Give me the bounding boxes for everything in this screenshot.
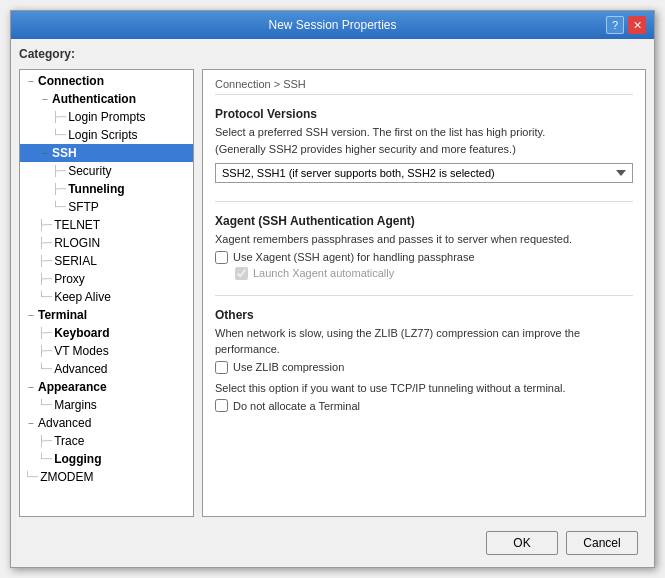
line-proxy: ├─	[38, 271, 52, 287]
xagent-section: Xagent (SSH Authentication Agent) Xagent…	[215, 214, 633, 283]
protocol-section: Protocol Versions Select a preferred SSH…	[215, 107, 633, 189]
terminal-checkbox[interactable]	[215, 399, 228, 412]
breadcrumb: Connection > SSH	[215, 78, 633, 95]
line-sftp: └─	[52, 199, 66, 215]
tree-item-tunneling[interactable]: ├─ Tunneling	[20, 180, 193, 198]
main-area: – Connection – Authentication ├─ Login P…	[19, 69, 646, 517]
protocol-desc2: (Generally SSH2 provides higher security…	[215, 141, 633, 158]
xagent-checkbox1-label: Use Xagent (SSH agent) for handling pass…	[233, 251, 475, 263]
tree-item-authentication[interactable]: – Authentication	[20, 90, 193, 108]
tree-label-vt-modes: VT Modes	[54, 343, 108, 359]
tree-label-sftp: SFTP	[68, 199, 99, 215]
expander-advanced2: –	[24, 416, 38, 430]
xagent-desc: Xagent remembers passphrases and passes …	[215, 231, 633, 248]
launch-xagent-checkbox[interactable]	[235, 267, 248, 280]
tree-item-vt-modes[interactable]: ├─ VT Modes	[20, 342, 193, 360]
others-desc1: When network is slow, using the ZLIB (LZ…	[215, 325, 633, 342]
expander-connection: –	[24, 74, 38, 88]
xagent-checkbox1[interactable]	[215, 251, 228, 264]
tree-label-advanced: Advanced	[54, 361, 107, 377]
line-keep-alive: └─	[38, 289, 52, 305]
tree-label-authentication: Authentication	[52, 91, 136, 107]
tree-item-keyboard[interactable]: ├─ Keyboard	[20, 324, 193, 342]
tree-label-login-scripts: Login Scripts	[68, 127, 137, 143]
protocol-dropdown[interactable]: SSH2, SSH1 (if server supports both, SSH…	[215, 163, 633, 183]
tree-item-advanced[interactable]: └─ Advanced	[20, 360, 193, 378]
tree-label-keep-alive: Keep Alive	[54, 289, 111, 305]
others-desc2: performance.	[215, 341, 633, 358]
line-margins: └─	[38, 397, 52, 413]
line-advanced: └─	[38, 361, 52, 377]
protocol-title: Protocol Versions	[215, 107, 633, 121]
xagent-title: Xagent (SSH Authentication Agent)	[215, 214, 633, 228]
window-title: New Session Properties	[59, 18, 606, 32]
tree-label-terminal: Terminal	[38, 307, 87, 323]
content-panel: Connection > SSH Protocol Versions Selec…	[202, 69, 646, 517]
expander-appearance: –	[24, 380, 38, 394]
tree-item-zmodem[interactable]: └─ ZMODEM	[20, 468, 193, 486]
tree-label-serial: SERIAL	[54, 253, 97, 269]
tree-label-tunneling: Tunneling	[68, 181, 124, 197]
tree-label-rlogin: RLOGIN	[54, 235, 100, 251]
tree-item-security[interactable]: ├─ Security	[20, 162, 193, 180]
others-desc3: Select this option if you want to use TC…	[215, 380, 633, 397]
zlib-checkbox-row: Use ZLIB compression	[215, 361, 633, 374]
tree-item-telnet[interactable]: ├─ TELNET	[20, 216, 193, 234]
launch-xagent-row: Launch Xagent automatically	[215, 267, 633, 280]
ok-button[interactable]: OK	[486, 531, 558, 555]
others-title: Others	[215, 308, 633, 322]
tree-item-keep-alive[interactable]: └─ Keep Alive	[20, 288, 193, 306]
tree-label-connection: Connection	[38, 73, 104, 89]
tree-label-logging: Logging	[54, 451, 101, 467]
tree-label-trace: Trace	[54, 433, 84, 449]
divider1	[215, 201, 633, 202]
category-label: Category:	[19, 47, 646, 61]
tree-item-appearance[interactable]: – Appearance	[20, 378, 193, 396]
tree-label-telnet: TELNET	[54, 217, 100, 233]
line-zmodem: └─	[24, 469, 38, 485]
tree-item-terminal[interactable]: – Terminal	[20, 306, 193, 324]
close-button[interactable]: ✕	[628, 16, 646, 34]
tree-label-keyboard: Keyboard	[54, 325, 109, 341]
xagent-checkbox1-row: Use Xagent (SSH agent) for handling pass…	[215, 251, 633, 264]
expander-ssh: –	[38, 146, 52, 160]
tree-label-appearance: Appearance	[38, 379, 107, 395]
tree-item-logging[interactable]: └─ Logging	[20, 450, 193, 468]
tree-item-margins[interactable]: └─ Margins	[20, 396, 193, 414]
protocol-desc1: Select a preferred SSH version. The firs…	[215, 124, 633, 141]
line-serial: ├─	[38, 253, 52, 269]
tree-item-advanced2[interactable]: – Advanced	[20, 414, 193, 432]
tree-item-sftp[interactable]: └─ SFTP	[20, 198, 193, 216]
tree-item-connection[interactable]: – Connection	[20, 72, 193, 90]
title-bar: New Session Properties ? ✕	[11, 11, 654, 39]
tree-label-margins: Margins	[54, 397, 97, 413]
tree-item-login-prompts[interactable]: ├─ Login Prompts	[20, 108, 193, 126]
tree-item-ssh[interactable]: – SSH	[20, 144, 193, 162]
line-logging: └─	[38, 451, 52, 467]
tree-item-login-scripts[interactable]: └─ Login Scripts	[20, 126, 193, 144]
expander-terminal: –	[24, 308, 38, 322]
tree-item-trace[interactable]: ├─ Trace	[20, 432, 193, 450]
dialog-window: New Session Properties ? ✕ Category: – C…	[10, 10, 655, 568]
tree-label-security: Security	[68, 163, 111, 179]
line-login-scripts: └─	[52, 127, 66, 143]
tree-panel: – Connection – Authentication ├─ Login P…	[19, 69, 194, 517]
tree-label-proxy: Proxy	[54, 271, 85, 287]
tree-item-serial[interactable]: ├─ SERIAL	[20, 252, 193, 270]
tree-label-zmodem: ZMODEM	[40, 469, 93, 485]
line-rlogin: ├─	[38, 235, 52, 251]
zlib-label: Use ZLIB compression	[233, 361, 344, 373]
tree-label-advanced2: Advanced	[38, 415, 91, 431]
expander-authentication: –	[38, 92, 52, 106]
help-button[interactable]: ?	[606, 16, 624, 34]
line-keyboard: ├─	[38, 325, 52, 341]
tree-label-ssh: SSH	[52, 145, 77, 161]
zlib-checkbox[interactable]	[215, 361, 228, 374]
tree-item-proxy[interactable]: ├─ Proxy	[20, 270, 193, 288]
line-tunneling: ├─	[52, 181, 66, 197]
dialog-body: Category: – Connection – Authentication …	[11, 39, 654, 567]
cancel-button[interactable]: Cancel	[566, 531, 638, 555]
tree-label-login-prompts: Login Prompts	[68, 109, 145, 125]
tree-item-rlogin[interactable]: ├─ RLOGIN	[20, 234, 193, 252]
protocol-dropdown-container: SSH2, SSH1 (if server supports both, SSH…	[215, 163, 633, 183]
